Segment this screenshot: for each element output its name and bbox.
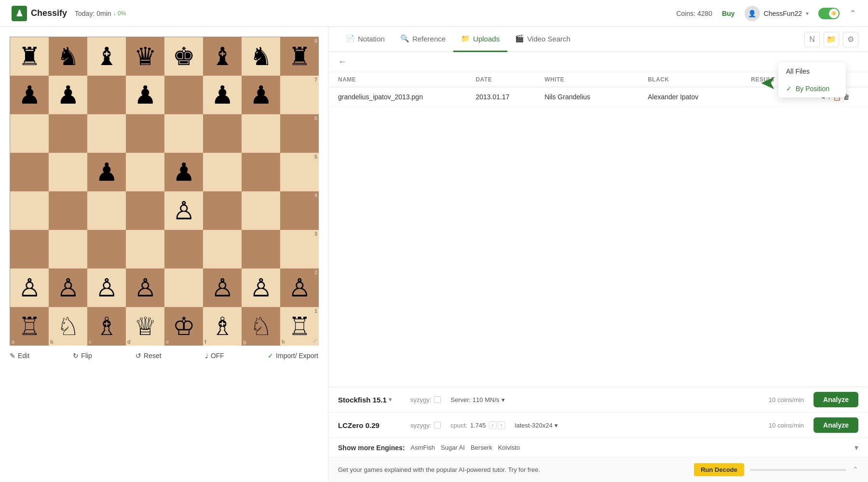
square-b5[interactable] — [49, 153, 87, 191]
collapse-button[interactable]: ⌃ — [849, 8, 856, 19]
stockfish-name[interactable]: Stockfish 15.1 ▾ — [338, 396, 401, 404]
square-e4[interactable]: ♙ — [164, 191, 203, 230]
theme-toggle[interactable]: ☀️ — [818, 8, 840, 19]
square-h6[interactable]: 6 — [280, 114, 319, 153]
square-e2[interactable] — [164, 268, 203, 307]
square-d3[interactable] — [126, 230, 164, 268]
square-e1[interactable]: ♔e — [164, 307, 203, 346]
square-a7[interactable]: ♟ — [10, 76, 49, 114]
square-f3[interactable] — [203, 230, 242, 268]
square-c1[interactable]: ♗c — [87, 307, 126, 346]
square-f4[interactable] — [203, 191, 242, 230]
import-export-button[interactable]: ✓ Import/ Export — [268, 352, 318, 360]
lczero-model[interactable]: latest-320x24 ▾ — [515, 422, 558, 429]
square-h5[interactable]: 5 — [280, 153, 319, 191]
square-c6[interactable] — [87, 114, 126, 153]
square-g6[interactable] — [242, 114, 280, 153]
square-c8[interactable]: ♝ — [87, 37, 126, 76]
square-c5[interactable]: ♟ — [87, 153, 126, 191]
square-b6[interactable] — [49, 114, 87, 153]
run-decode-button[interactable]: Run Decode — [694, 463, 744, 476]
square-c4[interactable] — [87, 191, 126, 230]
square-c7[interactable] — [87, 76, 126, 114]
square-c3[interactable] — [87, 230, 126, 268]
expand-engines-icon[interactable]: ▾ — [854, 443, 858, 452]
logo[interactable]: ♟ Chessify — [12, 6, 67, 21]
user-info[interactable]: 👤 ChessFun22 ▾ — [745, 6, 809, 21]
cpuct-increment[interactable]: › — [498, 421, 505, 429]
tab-action-note-icon[interactable]: N — [804, 32, 820, 47]
square-f6[interactable] — [203, 114, 242, 153]
square-h3[interactable]: 3 — [280, 230, 319, 268]
square-g1[interactable]: ♘g — [242, 307, 280, 346]
tab-video-search[interactable]: 🎬 Video Search — [507, 27, 578, 52]
stockfish-analyze-button[interactable]: Analyze — [814, 392, 858, 407]
buy-button[interactable]: Buy — [722, 10, 734, 17]
square-f1[interactable]: ♗f — [203, 307, 242, 346]
square-b4[interactable] — [49, 191, 87, 230]
square-d6[interactable] — [126, 114, 164, 153]
square-d8[interactable]: ♛ — [126, 37, 164, 76]
square-e8[interactable]: ♚ — [164, 37, 203, 76]
edit-button[interactable]: ✎ Edit — [10, 352, 29, 360]
square-a6[interactable] — [10, 114, 49, 153]
collapse-decode-icon[interactable]: ⌃ — [852, 465, 858, 474]
square-a5[interactable] — [10, 153, 49, 191]
tab-action-filter-icon[interactable]: ⚙ — [843, 32, 858, 47]
by-position-option[interactable]: ✓ By Position — [778, 80, 846, 97]
berserk-tag[interactable]: Berserk — [471, 444, 492, 451]
square-e5[interactable]: ♟ — [164, 153, 203, 191]
back-button[interactable]: ← — [338, 57, 347, 67]
all-files-option[interactable]: All Files — [778, 63, 846, 80]
square-a3[interactable] — [10, 230, 49, 268]
square-g3[interactable] — [242, 230, 280, 268]
tab-action-folder-icon[interactable]: 📁 — [824, 32, 839, 47]
square-b3[interactable] — [49, 230, 87, 268]
sound-button[interactable]: ♩ OFF — [205, 352, 224, 360]
tab-notation[interactable]: 📄 Notation — [338, 27, 393, 52]
chess-board[interactable]: ♜♞♝♛♚♝♞♜8♟♟♟♟♟76♟♟5♙43♙♙♙♙♙♙♙2♖a♘b♗c♕d♔e… — [10, 37, 318, 345]
lczero-name[interactable]: LCZero 0.29 — [338, 421, 401, 429]
square-d2[interactable]: ♙ — [126, 268, 164, 307]
tab-uploads[interactable]: 📁 Uploads — [453, 27, 507, 52]
square-c2[interactable]: ♙ — [87, 268, 126, 307]
square-h7[interactable]: 7 — [280, 76, 319, 114]
square-a4[interactable] — [10, 191, 49, 230]
square-d1[interactable]: ♕d — [126, 307, 164, 346]
resize-handle[interactable]: ⤢ — [312, 337, 317, 344]
square-f7[interactable]: ♟ — [203, 76, 242, 114]
square-a8[interactable]: ♜ — [10, 37, 49, 76]
square-h4[interactable]: 4 — [280, 191, 319, 230]
square-e6[interactable] — [164, 114, 203, 153]
square-b1[interactable]: ♘b — [49, 307, 87, 346]
square-g7[interactable]: ♟ — [242, 76, 280, 114]
square-f8[interactable]: ♝ — [203, 37, 242, 76]
square-e3[interactable] — [164, 230, 203, 268]
square-g5[interactable] — [242, 153, 280, 191]
lczero-analyze-button[interactable]: Analyze — [814, 417, 858, 433]
square-b2[interactable]: ♙ — [49, 268, 87, 307]
reset-button[interactable]: ↺ Reset — [136, 352, 162, 360]
square-g4[interactable] — [242, 191, 280, 230]
lczero-syzygy-checkbox[interactable] — [434, 422, 441, 428]
square-h8[interactable]: ♜8 — [280, 37, 319, 76]
flip-button[interactable]: ↻ Flip — [73, 352, 92, 360]
square-h2[interactable]: ♙2 — [280, 268, 319, 307]
square-d4[interactable] — [126, 191, 164, 230]
stockfish-syzygy-checkbox[interactable] — [434, 396, 441, 403]
square-d7[interactable]: ♟ — [126, 76, 164, 114]
stockfish-server[interactable]: Server: 110 MN/s ▾ — [450, 396, 504, 403]
square-f5[interactable] — [203, 153, 242, 191]
cpuct-decrement[interactable]: ‹ — [489, 421, 497, 429]
asmfish-tag[interactable]: AsmFish — [410, 444, 435, 451]
tab-reference[interactable]: 🔍 Reference — [393, 27, 453, 52]
square-e7[interactable] — [164, 76, 203, 114]
square-d5[interactable] — [126, 153, 164, 191]
square-b8[interactable]: ♞ — [49, 37, 87, 76]
sugai-ai-tag[interactable]: Sugar AI — [441, 444, 465, 451]
square-a2[interactable]: ♙ — [10, 268, 49, 307]
square-g2[interactable]: ♙ — [242, 268, 280, 307]
square-f2[interactable]: ♙ — [203, 268, 242, 307]
square-b7[interactable]: ♟ — [49, 76, 87, 114]
square-a1[interactable]: ♖a — [10, 307, 49, 346]
